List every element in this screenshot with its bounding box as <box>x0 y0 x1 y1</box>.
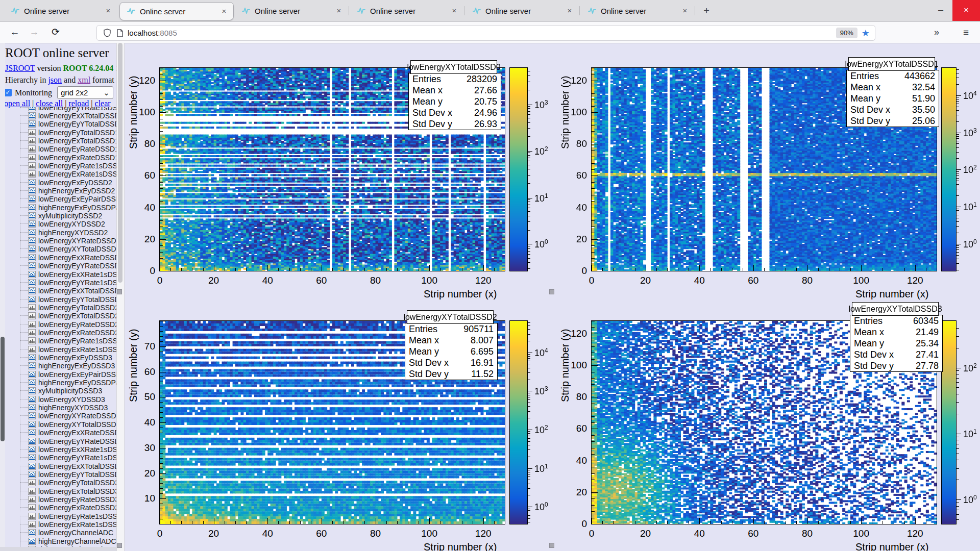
stat-box[interactable]: Entries60345Mean x21.49Mean y25.34Std De… <box>850 315 943 372</box>
jsroot-link[interactable]: JSROOT <box>5 64 35 72</box>
forward-button[interactable]: → <box>27 25 42 39</box>
scrollbar-thumb[interactable] <box>1 337 5 441</box>
hist-title-box[interactable]: lowEnergyXYTotalDSSD3 <box>852 302 939 316</box>
pad-resize-handle[interactable] <box>117 543 122 548</box>
back-button[interactable]: ← <box>7 25 22 39</box>
tab-close-icon[interactable]: × <box>333 5 345 17</box>
tree-item-lowEnergyExEyPairDSSD2[interactable]: lowEnergyExEyPairDSSD2 <box>20 195 116 204</box>
tree-item-lowEnergyEyYRate1sDSSD2[interactable]: lowEnergyEyYRate1sDSSD2 <box>20 278 116 287</box>
tree-item-lowEnergyExXTotalDSSD2[interactable]: lowEnergyExXTotalDSSD2 <box>20 287 116 295</box>
tree-item-lowEnergyEyRateDSSD3[interactable]: lowEnergyEyRateDSSD3 <box>20 495 116 504</box>
stat-box[interactable]: Entries283209Mean x27.66Mean y20.75Std D… <box>408 73 501 130</box>
tree-item-lowEnergyEyTotalDSSD3[interactable]: lowEnergyEyTotalDSSD3 <box>20 479 116 487</box>
action-open-all[interactable]: open all <box>4 99 30 108</box>
json-link[interactable]: json <box>48 76 62 84</box>
tree-item-lowEnergyExEyDSSD2[interactable]: lowEnergyExEyDSSD2 <box>20 178 112 187</box>
tree-item-lowEnergyEyRate1sDSSD3[interactable]: lowEnergyEyRate1sDSSD3 <box>20 512 116 520</box>
tree-item-lowEnergyXYDSSD2[interactable]: lowEnergyXYDSSD2 <box>20 220 105 229</box>
stat-box[interactable]: Entries905711Mean x8.007Mean y6.695Std D… <box>405 323 498 380</box>
tree-item-highEnergyXYDSSD2[interactable]: highEnergyXYDSSD2 <box>20 228 108 237</box>
tree-item-highEnergyExEyDSSD3[interactable]: highEnergyExEyDSSD3 <box>20 362 115 370</box>
tab-close-icon[interactable]: × <box>218 5 230 17</box>
colorbar-lowEnergyXYTotalDSSD3[interactable] <box>941 320 964 524</box>
page-info-icon[interactable] <box>116 29 124 37</box>
action-close-all[interactable]: close all <box>36 99 63 108</box>
tree-item-lowEnergyExTotalDSSD2[interactable]: lowEnergyExTotalDSSD2 <box>20 312 116 320</box>
tree-item-lowEnergyEyRate1sDSSD2[interactable]: lowEnergyEyRate1sDSSD2 <box>20 337 116 345</box>
hist-title-box[interactable]: lowEnergyXYTotalDSSD1 <box>848 57 935 71</box>
tree-item-lowEnergyExXTotalDSSD1[interactable]: lowEnergyExXTotalDSSD1 <box>20 111 116 120</box>
tree-item-xyMultiplicityDSSD2[interactable]: xyMultiplicityDSSD2 <box>20 212 102 220</box>
tree-item-lowEnergyExXRateDSSD2[interactable]: lowEnergyExXRateDSSD2 <box>20 253 116 262</box>
action-reload[interactable]: reload <box>68 99 89 108</box>
tree-item-lowEnergyXYTotalDSSD3[interactable]: lowEnergyXYTotalDSSD3 <box>20 420 116 429</box>
hist-title-box[interactable]: lowEnergyXYTotalDSSD2 <box>407 310 494 324</box>
tree-item-lowEnergyChannelADC[interactable]: lowEnergyChannelADC <box>20 529 113 537</box>
page-zoom-badge[interactable]: 90% <box>836 28 857 38</box>
tree-item-highEnergyExEyDSSDPair3[interactable]: highEnergyExEyDSSDPair3 <box>20 379 116 387</box>
tree-item-lowEnergyEyYTotalDSSD1[interactable]: lowEnergyEyYTotalDSSD1 <box>20 120 116 129</box>
url-text[interactable]: localhost:8085 <box>128 29 836 37</box>
action-clear[interactable]: clear <box>95 99 111 108</box>
tree-item-lowEnergyExRate1sDSSD1[interactable]: lowEnergyExRate1sDSSD1 <box>20 170 116 179</box>
stat-box[interactable]: Entries443662Mean x32.54Mean y51.90Std D… <box>846 70 939 127</box>
hist-title-box[interactable]: lowEnergyXYTotalDSSD0 <box>410 60 497 74</box>
tree-item-lowEnergyEyYTotalDSSD2[interactable]: lowEnergyEyYTotalDSSD2 <box>20 295 116 304</box>
tree-item-lowEnergyExRateDSSD1[interactable]: lowEnergyExRateDSSD1 <box>20 153 116 162</box>
tree-item-lowEnergyExXRate1sDSSD3[interactable]: lowEnergyExXRate1sDSSD3 <box>20 445 116 454</box>
tree-item-lowEnergyExEyPairDSSD3[interactable]: lowEnergyExEyPairDSSD3 <box>20 370 116 379</box>
tree-item-highEnergyExEyDSSD2[interactable]: highEnergyExEyDSSD2 <box>20 187 115 195</box>
tree-item-lowEnergyEyYRateDSSD3[interactable]: lowEnergyEyYRateDSSD3 <box>20 437 116 445</box>
tree-item-lowEnergyEyTotalDSSD2[interactable]: lowEnergyEyTotalDSSD2 <box>20 303 116 312</box>
tree-item-lowEnergyExXRateDSSD3[interactable]: lowEnergyExXRateDSSD3 <box>20 429 116 437</box>
tree-item-lowEnergyXYRateDSSD3[interactable]: lowEnergyXYRateDSSD3 <box>20 412 116 420</box>
tab-close-icon[interactable]: × <box>448 5 460 17</box>
tree-item-lowEnergyExEyDSSD3[interactable]: lowEnergyExEyDSSD3 <box>20 354 112 362</box>
tab-close-icon[interactable]: × <box>564 5 576 17</box>
hamburger-menu-icon[interactable]: ≡ <box>963 27 969 38</box>
tree-item-lowEnergyEyYTotalDSSD3[interactable]: lowEnergyEyYTotalDSSD3 <box>20 470 116 479</box>
pad-resize-handle[interactable] <box>549 289 554 294</box>
tree-item-lowEnergyXYTotalDSSD2[interactable]: lowEnergyXYTotalDSSD2 <box>20 245 116 254</box>
tree-item-highEnergyChannelADC[interactable]: highEnergyChannelADC <box>20 537 116 545</box>
tree-item-lowEnergyExXTotalDSSD3[interactable]: lowEnergyExXTotalDSSD3 <box>20 462 116 470</box>
toolbar-overflow-icon[interactable]: » <box>934 27 939 38</box>
browser-tab[interactable]: Online server× <box>235 2 348 19</box>
tree-item-lowEnergyExRateDSSD2[interactable]: lowEnergyExRateDSSD2 <box>20 328 116 337</box>
tree-item-xyMultiplicityDSSD3[interactable]: xyMultiplicityDSSD3 <box>20 387 102 395</box>
tree-item-lowEnergyEyRateDSSD1[interactable]: lowEnergyEyRateDSSD1 <box>20 145 116 154</box>
tree-item-lowEnergyEyYRateDSSD2[interactable]: lowEnergyEyYRateDSSD2 <box>20 262 116 270</box>
browser-tab[interactable]: Online server× <box>350 2 463 19</box>
colorbar-lowEnergyXYTotalDSSD1[interactable] <box>941 67 964 271</box>
sidebar-right-scrollbar[interactable] <box>116 43 125 551</box>
browser-tab[interactable]: Online server× <box>465 2 579 19</box>
tree-item-lowEnergyExTotalDSSD3[interactable]: lowEnergyExTotalDSSD3 <box>20 487 116 495</box>
sidebar-horizontal-scrollbar[interactable] <box>0 547 116 551</box>
tree-item-lowEnergyEyTotalDSSD1[interactable]: lowEnergyEyTotalDSSD1 <box>20 128 116 137</box>
tree-item-lowEnergyExRateDSSD3[interactable]: lowEnergyExRateDSSD3 <box>20 504 116 512</box>
tab-close-icon[interactable]: × <box>102 5 114 17</box>
tree-item-lowEnergyEyRate1sDSSD1[interactable]: lowEnergyEyRate1sDSSD1 <box>20 161 116 170</box>
tree-item-lowEnergyEyRateDSSD2[interactable]: lowEnergyEyRateDSSD2 <box>20 320 116 329</box>
reload-button[interactable]: ⟳ <box>48 25 63 39</box>
window-minimize-button[interactable]: – <box>929 0 952 20</box>
window-close-button[interactable]: × <box>952 0 980 21</box>
xml-link[interactable]: xml <box>78 76 90 84</box>
tree-item-highEnergyXYDSSD3[interactable]: highEnergyXYDSSD3 <box>20 404 108 412</box>
layout-select[interactable]: grid 2x2⌄ <box>57 86 113 99</box>
tree-item-highEnergyExEyDSSDPair2[interactable]: highEnergyExEyDSSDPair2 <box>20 203 116 212</box>
pad-resize-handle[interactable] <box>117 289 122 294</box>
browser-tab[interactable]: Online server× <box>119 2 234 20</box>
tree-item-lowEnergyExTotalDSSD1[interactable]: lowEnergyExTotalDSSD1 <box>20 136 116 145</box>
tree-item-lowEnergyExXRate1sDSSD2[interactable]: lowEnergyExXRate1sDSSD2 <box>20 270 116 279</box>
new-tab-button[interactable]: + <box>699 4 714 18</box>
browser-tab[interactable]: Online server× <box>581 2 694 19</box>
tree-item-lowEnergyExRate1sDSSD2[interactable]: lowEnergyExRate1sDSSD2 <box>20 345 116 354</box>
tree-item-lowEnergyXYDSSD3[interactable]: lowEnergyXYDSSD3 <box>20 395 105 404</box>
url-bar[interactable]: localhost:8085 90% ★ <box>96 25 875 41</box>
browser-tab[interactable]: Online server× <box>4 2 117 19</box>
scrollbar-thumb[interactable] <box>118 43 122 283</box>
tree-item-lowEnergyEyYRate1sDSSD3[interactable]: lowEnergyEyYRate1sDSSD3 <box>20 454 116 462</box>
sidebar-left-scrollbar[interactable] <box>0 43 5 551</box>
tree-item-lowEnergyExRate1sDSSD3[interactable]: lowEnergyExRate1sDSSD3 <box>20 520 116 529</box>
